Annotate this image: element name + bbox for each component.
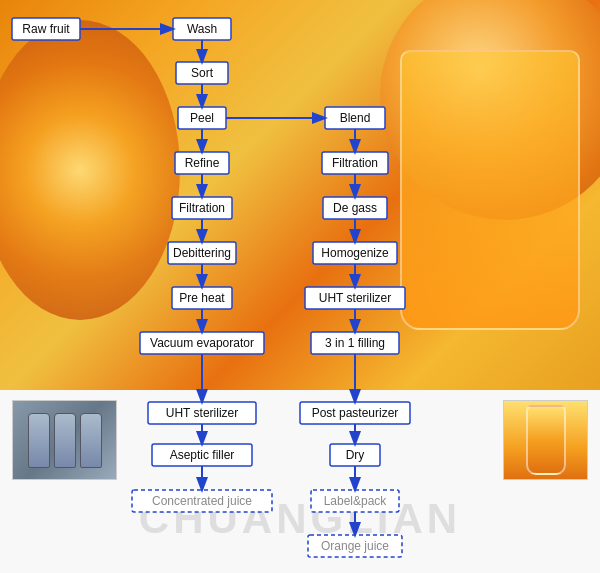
label-dry: Dry <box>346 448 365 462</box>
label-3in1-filling: 3 in 1 filling <box>325 336 385 350</box>
label-uht-left: UHT sterilizer <box>166 406 238 420</box>
flow-diagram: Raw fruit Wash Sort Peel Refine Filtrati… <box>0 0 600 573</box>
label-filtration-right: Filtration <box>332 156 378 170</box>
label-blend: Blend <box>340 111 371 125</box>
label-homogenize: Homogenize <box>321 246 389 260</box>
label-filtration-left: Filtration <box>179 201 225 215</box>
label-sort: Sort <box>191 66 214 80</box>
label-de-gass: De gass <box>333 201 377 215</box>
main-container: CHUANGLIAN Raw fruit Wash <box>0 0 600 573</box>
label-refine: Refine <box>185 156 220 170</box>
label-aseptic-filler: Aseptic filler <box>170 448 235 462</box>
label-raw-fruit: Raw fruit <box>22 22 70 36</box>
label-post-pasteurizer: Post pasteurizer <box>312 406 399 420</box>
label-peel: Peel <box>190 111 214 125</box>
label-debittering: Debittering <box>173 246 231 260</box>
label-wash: Wash <box>187 22 217 36</box>
label-label-pack: Label&pack <box>324 494 388 508</box>
label-vacuum-evap: Vacuum evaporator <box>150 336 254 350</box>
label-uht-right: UHT sterilizer <box>319 291 391 305</box>
label-pre-heat: Pre heat <box>179 291 225 305</box>
label-orange-juice: Orange juice <box>321 539 389 553</box>
label-conc-juice: Concentrated juice <box>152 494 252 508</box>
